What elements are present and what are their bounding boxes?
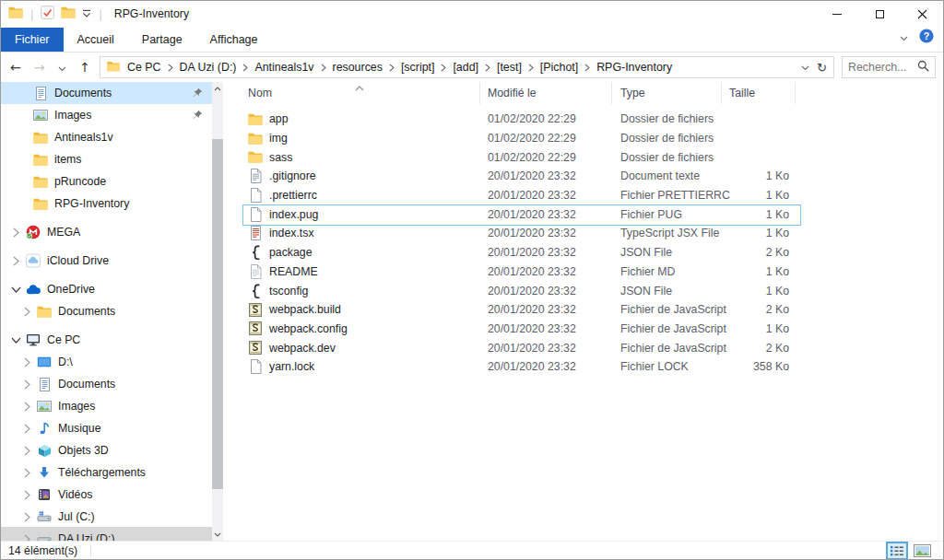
file-row[interactable]: index.pug20/01/2020 23:32Fichier PUG1 Ko xyxy=(231,204,943,224)
scrollbar-thumb[interactable] xyxy=(212,139,223,489)
expand-ribbon-icon[interactable] xyxy=(900,31,908,44)
column-header-modifie-le[interactable]: Modifié le xyxy=(480,82,612,104)
file-row[interactable]: .gitignore20/01/2020 23:32Document texte… xyxy=(231,167,943,186)
chevron-right-icon[interactable] xyxy=(18,379,36,390)
file-row[interactable]: tsconfig20/01/2020 23:32JSON File1 Ko xyxy=(231,281,943,300)
sidebar-item-antineals1v[interactable]: Antineals1v xyxy=(1,126,212,148)
chevron-right-icon[interactable] xyxy=(6,228,25,238)
file-date: 20/01/2020 23:32 xyxy=(480,303,612,316)
recent-locations-icon[interactable] xyxy=(58,60,66,75)
chevron-right-icon[interactable] xyxy=(18,468,36,478)
chevron-down-icon[interactable] xyxy=(6,286,25,293)
sidebar-item-icloud-drive[interactable]: iCloud Drive xyxy=(1,250,212,272)
breadcrumb-item[interactable]: Antineals1v xyxy=(249,61,319,74)
file-row[interactable]: sass01/02/2020 22:29Dossier de fichiers xyxy=(231,147,943,167)
new-folder-icon[interactable] xyxy=(61,6,76,21)
thumbnails-view-button[interactable] xyxy=(913,543,932,558)
chevron-right-icon[interactable] xyxy=(18,490,36,500)
chevron-right-icon[interactable] xyxy=(18,307,36,317)
sidebar-item-jul-c[interactable]: Jul (C:) xyxy=(1,506,212,528)
search-input[interactable] xyxy=(848,61,917,74)
scroll-up-icon[interactable] xyxy=(212,82,223,95)
up-button[interactable]: ↑ xyxy=(79,60,90,75)
sidebar-item-label: Objets 3D xyxy=(58,444,109,457)
column-header-type[interactable]: Type xyxy=(612,82,722,104)
chevron-right-icon[interactable] xyxy=(18,512,36,522)
refresh-icon[interactable]: ↻ xyxy=(817,61,827,75)
sidebar-item-rpg-inventory[interactable]: RPG-Inventory xyxy=(1,192,212,215)
file-row[interactable]: webpack.dev20/01/2020 23:32Fichier de Ja… xyxy=(231,338,943,357)
file-row[interactable]: webpack.config20/01/2020 23:32Fichier de… xyxy=(231,320,943,339)
breadcrumb-item[interactable]: [script] xyxy=(395,61,441,74)
file-name: index.tsx xyxy=(269,227,314,239)
breadcrumb-item[interactable]: resources xyxy=(327,61,388,74)
chevron-right-icon[interactable] xyxy=(18,424,36,434)
file-row[interactable]: yarn.lock20/01/2020 23:32Fichier LOCK358… xyxy=(231,357,943,377)
breadcrumb-item[interactable]: RPG-Inventory xyxy=(591,61,678,74)
sidebar-item-items[interactable]: items xyxy=(1,148,212,170)
sort-ascending-icon xyxy=(355,81,364,94)
maximize-button[interactable] xyxy=(858,1,901,27)
address-dropdown-icon[interactable] xyxy=(801,61,809,74)
details-view-button[interactable] xyxy=(888,543,906,558)
chevron-right-icon[interactable] xyxy=(18,357,36,368)
sidebar-item-images[interactable]: Images xyxy=(1,104,212,126)
forward-button[interactable]: → xyxy=(34,60,45,75)
sidebar-item-documents[interactable]: Documents xyxy=(1,82,212,104)
scroll-down-icon[interactable] xyxy=(212,528,223,541)
address-bar[interactable]: Ce PCDA Uzi (D:)Antineals1vresources[scr… xyxy=(100,56,834,78)
column-header-taille[interactable]: Taille xyxy=(722,82,796,104)
sidebar-item-onedrive[interactable]: OneDrive xyxy=(1,278,212,300)
sidebar-item-d[interactable]: D:\ xyxy=(1,351,212,373)
tab-accueil[interactable]: Accueil xyxy=(64,28,128,52)
customize-toolbar-icon[interactable] xyxy=(82,7,91,20)
file-date: 20/01/2020 23:32 xyxy=(480,189,612,202)
file-size: 2 Ko xyxy=(722,303,796,316)
sidebar-item-pruncode[interactable]: pRuncode xyxy=(1,170,212,192)
minimize-button[interactable] xyxy=(816,1,858,27)
tab-fichier[interactable]: Fichier xyxy=(1,28,64,52)
sidebar-item-label: D:\ xyxy=(58,356,73,368)
sidebar-item-telechargements[interactable]: Téléchargements xyxy=(1,461,212,484)
file-row[interactable]: img01/02/2020 22:29Dossier de fichiers xyxy=(231,129,943,148)
search-box[interactable] xyxy=(842,56,936,78)
sidebar-item-images[interactable]: Images xyxy=(1,395,212,417)
sidebar-item-da-uzi-d[interactable]: DA Uzi (D:) xyxy=(1,528,212,541)
file-row[interactable]: app01/02/2020 22:29Dossier de fichiers xyxy=(231,110,943,129)
divider: | xyxy=(98,7,102,21)
sidebar-item-label: Images xyxy=(54,109,91,122)
breadcrumb-item[interactable]: [test] xyxy=(491,61,527,74)
sidebar-item-videos[interactable]: Vidéos xyxy=(1,484,212,506)
chevron-right-icon[interactable] xyxy=(18,446,36,456)
chevron-right-icon[interactable] xyxy=(6,256,25,266)
file-row[interactable]: .prettierrc20/01/2020 23:32Fichier PRETT… xyxy=(231,186,943,205)
breadcrumb-item[interactable]: DA Uzi (D:) xyxy=(174,61,242,74)
sidebar-item-objets-3d[interactable]: Objets 3D xyxy=(1,439,212,461)
tree-scrollbar[interactable] xyxy=(212,82,223,541)
sidebar-item-mega[interactable]: MEGA xyxy=(1,221,212,243)
file-row[interactable]: webpack.build20/01/2020 23:32Fichier de … xyxy=(231,300,943,320)
sidebar-item-documents[interactable]: Documents xyxy=(1,373,212,395)
file-row[interactable]: index.tsx20/01/2020 23:32TypeScript JSX … xyxy=(231,224,943,243)
tab-affichage[interactable]: Affichage xyxy=(196,28,272,52)
sidebar-item-documents[interactable]: Documents xyxy=(1,300,212,322)
breadcrumb-item[interactable]: Ce PC xyxy=(122,61,167,74)
chevron-right-icon[interactable] xyxy=(18,534,36,542)
file-row[interactable]: package20/01/2020 23:32JSON File2 Ko xyxy=(231,243,943,262)
properties-icon[interactable] xyxy=(41,6,54,22)
help-icon[interactable]: ? xyxy=(919,29,934,46)
sidebar-item-musique[interactable]: Musique xyxy=(1,417,212,439)
breadcrumb-item[interactable]: [Pichot] xyxy=(535,61,584,74)
chevron-right-icon[interactable] xyxy=(18,402,36,412)
breadcrumb-item[interactable]: [add] xyxy=(447,61,484,74)
close-button[interactable] xyxy=(901,1,943,27)
file-list: app01/02/2020 22:29Dossier de fichiersim… xyxy=(231,110,943,377)
sidebar-item-ce-pc[interactable]: Ce PC xyxy=(1,329,212,351)
page-blank-icon xyxy=(248,207,263,222)
page-text-icon xyxy=(248,169,263,183)
back-button[interactable]: ← xyxy=(10,60,21,75)
file-size: 1 Ko xyxy=(722,322,796,335)
tab-partage[interactable]: Partage xyxy=(128,28,196,52)
chevron-down-icon[interactable] xyxy=(6,337,25,344)
file-row[interactable]: README20/01/2020 23:32Fichier MD1 Ko xyxy=(231,262,943,282)
